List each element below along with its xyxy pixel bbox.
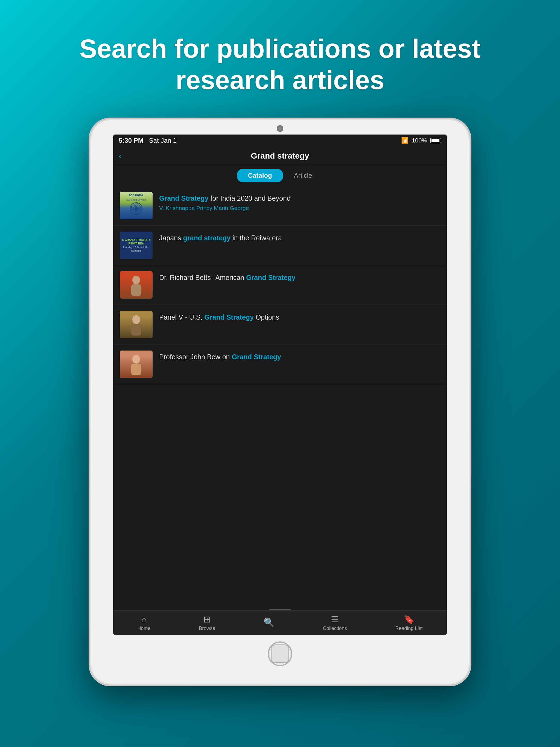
- nav-collections-label: Collections: [323, 626, 347, 632]
- result-thumb-bew: [120, 351, 153, 378]
- result-info: Professor John Bew on Grand Strategy: [159, 351, 440, 362]
- result-thumb-india: for India2020 and Beyond: [120, 192, 153, 219]
- ipad-screen: 5:30 PM Sat Jan 1 📶 100% ‹ Grand strateg…: [113, 134, 447, 635]
- ipad-camera: [277, 125, 283, 132]
- result-info: Grand Strategy for India 2020 and Beyond…: [159, 192, 440, 211]
- page-headline: Search for publications or latest resear…: [61, 33, 499, 96]
- ashoka-wheel: [129, 202, 143, 215]
- title-prefix: Panel V - U.S.: [159, 313, 204, 321]
- result-item[interactable]: for India2020 and Beyond: [113, 186, 447, 226]
- home-icon: ⌂: [142, 614, 147, 624]
- svg-point-18: [132, 355, 140, 364]
- title-highlight: grand strategy: [183, 234, 231, 242]
- battery-icon: [430, 138, 441, 143]
- back-button[interactable]: ‹: [119, 151, 121, 160]
- title-suffix: for India 2020 and Beyond: [210, 195, 291, 202]
- ipad-home-button[interactable]: [268, 641, 292, 666]
- tab-switcher: Catalog Article: [113, 165, 447, 186]
- result-info: Japans grand strategy in the Reiwa era: [159, 232, 440, 243]
- thumb-india-text: for India2020 and Beyond: [127, 193, 146, 202]
- nav-home[interactable]: ⌂ Home: [137, 614, 150, 632]
- result-thumb-preble: [120, 311, 153, 338]
- title-prefix: Japans: [159, 234, 183, 242]
- nav-bar: ‹ Grand strategy: [113, 147, 447, 165]
- battery-percent: 100%: [412, 137, 427, 144]
- result-title: Panel V - U.S. Grand Strategy Options: [159, 312, 440, 322]
- result-title: Professor John Bew on Grand Strategy: [159, 352, 440, 362]
- search-icon: 🔍: [263, 617, 275, 627]
- nav-home-label: Home: [137, 626, 150, 632]
- nav-browse-label: Browse: [199, 626, 215, 632]
- nav-title: Grand strategy: [251, 151, 309, 160]
- title-highlight: Grand Strategy: [159, 195, 209, 202]
- title-prefix: Professor John Bew on: [159, 353, 232, 361]
- svg-point-14: [132, 276, 140, 284]
- ipad-home-inner: [271, 644, 289, 663]
- wifi-icon: 📶: [401, 137, 408, 144]
- results-list: for India2020 and Beyond: [113, 186, 447, 609]
- result-title: Dr. Richard Betts--American Grand Strate…: [159, 273, 440, 282]
- browse-icon: ⊞: [203, 614, 211, 624]
- result-info: Dr. Richard Betts--American Grand Strate…: [159, 271, 440, 282]
- svg-rect-19: [131, 364, 141, 375]
- status-bar: 5:30 PM Sat Jan 1 📶 100%: [113, 134, 447, 147]
- result-thumb-betts: [120, 271, 153, 299]
- person-silhouette-svg: [128, 314, 144, 335]
- person-silhouette-svg: [128, 274, 144, 296]
- nav-reading-label: Reading List: [396, 626, 423, 632]
- reading-list-icon: 🔖: [404, 614, 414, 624]
- svg-point-16: [132, 315, 140, 324]
- nav-search[interactable]: 🔍: [263, 617, 275, 628]
- person-silhouette-svg: [128, 353, 144, 375]
- title-highlight: Grand Strategy: [232, 353, 281, 361]
- result-authors: V. Krishnappa Princy Marin George: [159, 205, 440, 211]
- title-highlight: Grand Strategy: [204, 313, 254, 321]
- collections-icon: ☰: [331, 614, 339, 624]
- result-item[interactable]: S GRAND STRATEGYREIWA ERAhursday 18 June…: [113, 226, 447, 265]
- title-highlight: Grand Strategy: [246, 274, 296, 281]
- scroll-bar: [269, 609, 291, 610]
- title-prefix: Dr. Richard Betts--American: [159, 274, 246, 281]
- svg-rect-15: [131, 284, 141, 296]
- result-item[interactable]: Professor John Bew on Grand Strategy: [113, 344, 447, 384]
- result-thumb-japan: S GRAND STRATEGYREIWA ERAhursday 18 June…: [120, 232, 153, 259]
- nav-collections[interactable]: ☰ Collections: [323, 614, 347, 632]
- title-suffix: in the Reiwa era: [232, 234, 282, 242]
- thumb-japan-text: S GRAND STRATEGYREIWA ERAhursday 18 June…: [122, 238, 150, 253]
- status-time: 5:30 PM: [119, 137, 144, 145]
- result-info: Panel V - U.S. Grand Strategy Options: [159, 311, 440, 322]
- result-title: Grand Strategy for India 2020 and Beyond: [159, 194, 440, 203]
- nav-browse[interactable]: ⊞ Browse: [199, 614, 215, 632]
- tab-article[interactable]: Article: [283, 169, 323, 182]
- result-item[interactable]: Panel V - U.S. Grand Strategy Options: [113, 305, 447, 344]
- ipad-frame: 5:30 PM Sat Jan 1 📶 100% ‹ Grand strateg…: [88, 118, 472, 686]
- status-date: Sat Jan 1: [149, 137, 177, 145]
- result-title: Japans grand strategy in the Reiwa era: [159, 233, 440, 243]
- bottom-nav: ⌂ Home ⊞ Browse 🔍 ☰ Collections 🔖 Readin…: [113, 610, 447, 635]
- nav-reading-list[interactable]: 🔖 Reading List: [396, 614, 423, 632]
- result-item[interactable]: Dr. Richard Betts--American Grand Strate…: [113, 265, 447, 305]
- svg-rect-17: [131, 324, 141, 335]
- tab-catalog[interactable]: Catalog: [237, 169, 283, 182]
- title-suffix: Options: [256, 313, 279, 321]
